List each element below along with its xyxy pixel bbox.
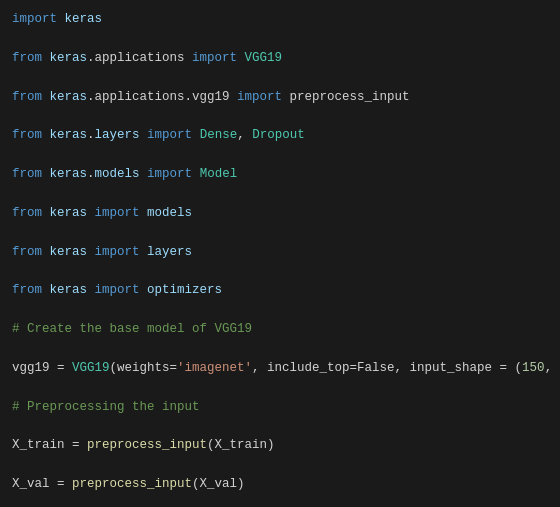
code-line: from keras import optimizers bbox=[12, 281, 548, 300]
code-line: from keras import models bbox=[12, 204, 548, 223]
code-line: from keras.models import Model bbox=[12, 165, 548, 184]
code-line: from keras.applications import VGG19 bbox=[12, 49, 548, 68]
code-line: from keras import layers bbox=[12, 243, 548, 262]
code-line: # Create the base model of VGG19 bbox=[12, 320, 548, 339]
code-line: from keras.applications.vgg19 import pre… bbox=[12, 88, 548, 107]
code-editor: import keras from keras.applications imp… bbox=[0, 0, 560, 507]
code-line: X_train = preprocess_input(X_train) bbox=[12, 436, 548, 455]
code-line: import keras bbox=[12, 10, 548, 29]
code-line: from keras.layers import Dense, Dropout bbox=[12, 126, 548, 145]
code-line: # Preprocessing the input bbox=[12, 398, 548, 417]
code-line: X_val = preprocess_input(X_val) bbox=[12, 475, 548, 494]
code-line: vgg19 = VGG19(weights='imagenet', includ… bbox=[12, 359, 548, 378]
